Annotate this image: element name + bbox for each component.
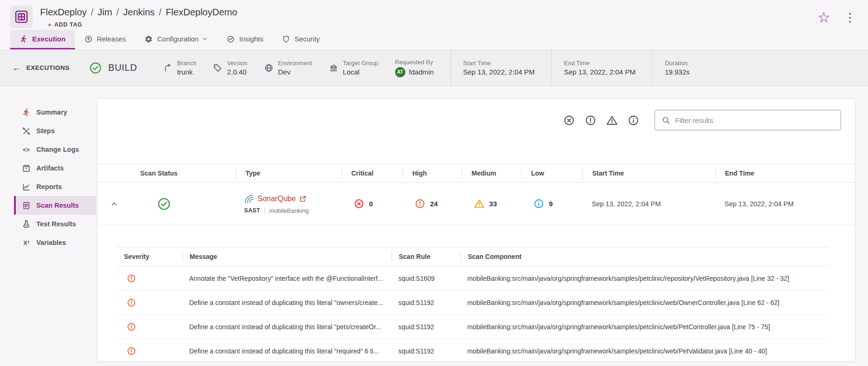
tab-label: Insights	[239, 35, 263, 43]
avatar: AT	[395, 67, 405, 77]
content-area: Summary Steps <> Change Logs Artifacts R…	[0, 86, 868, 366]
scan-summary-row[interactable]: SonarQube SAST mobileBanking 0 24 33	[97, 183, 855, 225]
tab-label: Security	[294, 35, 320, 43]
sidebar-item-label: Change Logs	[36, 146, 79, 153]
table-row[interactable]: Annotate the "VetRepository" interface w…	[117, 266, 829, 291]
field-end-time: End Time Sep 13, 2022, 2:04 PM	[551, 50, 635, 86]
tab-security[interactable]: Security	[273, 30, 329, 49]
document-icon	[22, 201, 31, 210]
back-label: EXECUTIONS	[27, 64, 70, 71]
back-to-executions-link[interactable]: ← EXECUTIONS	[12, 63, 69, 73]
circle-exclamation-icon	[127, 346, 136, 356]
scan-rule-cell: squid:S1192	[391, 299, 460, 306]
top-header: FlexDeploy / Jim / Jenkins / FlexDeployD…	[0, 0, 868, 29]
circle-x-icon	[563, 115, 575, 126]
field-branch: Branch trunk	[163, 60, 196, 76]
add-tag-button[interactable]: + ADD TAG	[48, 20, 82, 28]
circle-info-icon	[533, 198, 544, 209]
scan-component-cell: mobileBanking:src/main/java/org/springfr…	[460, 323, 829, 331]
field-version: Version 2.0.40	[213, 60, 247, 76]
severity-cell	[117, 322, 182, 332]
sidebar-item-scan-results[interactable]: Scan Results	[14, 196, 96, 215]
triangle-warning-icon	[474, 198, 485, 209]
sidebar-item-summary[interactable]: Summary	[14, 103, 96, 122]
shield-icon	[282, 35, 290, 43]
field-value: Dev	[278, 68, 312, 76]
sidebar-item-steps[interactable]: Steps	[14, 122, 96, 140]
field-value: Local	[343, 68, 378, 76]
message-cell: Annotate the "VetRepository" interface w…	[182, 275, 391, 282]
field-label: Target Group	[343, 60, 378, 67]
breadcrumb-folder-2[interactable]: Jenkins	[123, 7, 155, 18]
scan-tool-link[interactable]: SonarQube	[258, 195, 296, 203]
tab-label: Execution	[32, 35, 66, 43]
app-logo[interactable]	[10, 6, 33, 28]
scan-component-cell: mobileBanking:src/main/java/org/springfr…	[460, 275, 829, 282]
tab-releases[interactable]: Releases	[75, 30, 136, 49]
circle-exclamation-icon	[127, 274, 136, 283]
tab-execution[interactable]: Execution	[10, 30, 75, 49]
search-icon	[662, 116, 670, 125]
severity-cell	[117, 274, 182, 283]
critical-count: 0	[369, 200, 373, 208]
bank-icon	[329, 63, 338, 73]
circle-exclamation-icon	[127, 298, 136, 307]
medium-count-cell: 33	[462, 198, 521, 209]
tag-icon	[213, 63, 222, 73]
row-collapse-toggle[interactable]	[97, 200, 131, 208]
high-count-cell: 24	[403, 198, 462, 209]
sidebar-item-test-results[interactable]: Test Results	[14, 215, 96, 233]
detail-header-row: Severity Message Scan Rule Scan Componen…	[117, 247, 829, 266]
insights-icon	[226, 35, 235, 43]
tab-insights[interactable]: Insights	[217, 30, 273, 49]
breadcrumb: FlexDeploy / Jim / Jenkins / FlexDeployD…	[40, 6, 237, 18]
field-duration: Duration 19.932s	[652, 50, 690, 86]
scan-status-cell	[131, 197, 236, 211]
releases-icon	[84, 35, 93, 43]
severity-cell	[117, 346, 182, 356]
field-target-group: Target Group Local	[329, 60, 378, 76]
table-row[interactable]: Define a constant instead of duplicating…	[117, 291, 829, 315]
scan-results-panel: Scan Status Type Critical High Medium Lo…	[97, 98, 855, 362]
table-row[interactable]: Define a constant instead of duplicating…	[117, 339, 829, 362]
field-label: Environment	[278, 60, 312, 67]
title-block: FlexDeploy / Jim / Jenkins / FlexDeployD…	[40, 6, 237, 29]
column-header-scan-status: Scan Status	[131, 168, 236, 178]
topbar-actions: ☆ ⋮	[817, 6, 856, 25]
column-header-scan-component: Scan Component	[460, 251, 829, 262]
low-count: 9	[549, 200, 553, 208]
sidebar-item-artifacts[interactable]: Artifacts	[14, 159, 96, 177]
filter-medium-button[interactable]	[606, 115, 618, 126]
low-count-cell: 9	[521, 198, 582, 209]
tab-configuration[interactable]: Configuration	[135, 30, 217, 49]
filter-results-input[interactable]	[675, 116, 834, 124]
main-tabs: Execution Releases Configuration Insight…	[0, 30, 868, 50]
breadcrumb-project[interactable]: FlexDeploy	[40, 7, 87, 18]
field-value: 19.932s	[665, 68, 690, 76]
sidebar-item-change-logs[interactable]: <> Change Logs	[14, 140, 96, 159]
sidebar-item-label: Artifacts	[36, 164, 64, 172]
filter-critical-button[interactable]	[563, 115, 575, 126]
filter-low-button[interactable]	[628, 115, 639, 126]
circle-exclamation-icon	[585, 115, 596, 126]
filter-high-button[interactable]	[585, 115, 596, 126]
field-value: Sep 13, 2022, 2:04 PM	[463, 68, 534, 76]
flask-icon	[22, 220, 31, 229]
kebab-menu-icon[interactable]: ⋮	[844, 12, 856, 23]
field-value: fdadmin	[409, 68, 434, 76]
breadcrumb-separator: /	[116, 7, 119, 18]
external-link-icon[interactable]	[299, 195, 307, 203]
breadcrumb-folder-1[interactable]: Jim	[98, 7, 112, 18]
breadcrumb-current[interactable]: FlexDeployDemo	[166, 7, 237, 18]
favorite-star-icon[interactable]: ☆	[817, 10, 830, 25]
field-value: trunk	[177, 68, 196, 76]
column-header-critical: Critical	[342, 168, 403, 178]
sidebar-item-reports[interactable]: Reports	[14, 177, 96, 196]
sidebar-item-variables[interactable]: X² Variables	[14, 233, 96, 252]
table-row[interactable]: Define a constant instead of duplicating…	[117, 315, 829, 339]
expand-column-header	[97, 168, 131, 178]
scan-detail-table: Severity Message Scan Rule Scan Componen…	[117, 247, 829, 362]
field-start-time: Start Time Sep 13, 2022, 2:04 PM	[451, 50, 534, 86]
sidebar-item-label: Scan Results	[36, 202, 79, 209]
build-label: BUILD	[108, 62, 137, 73]
